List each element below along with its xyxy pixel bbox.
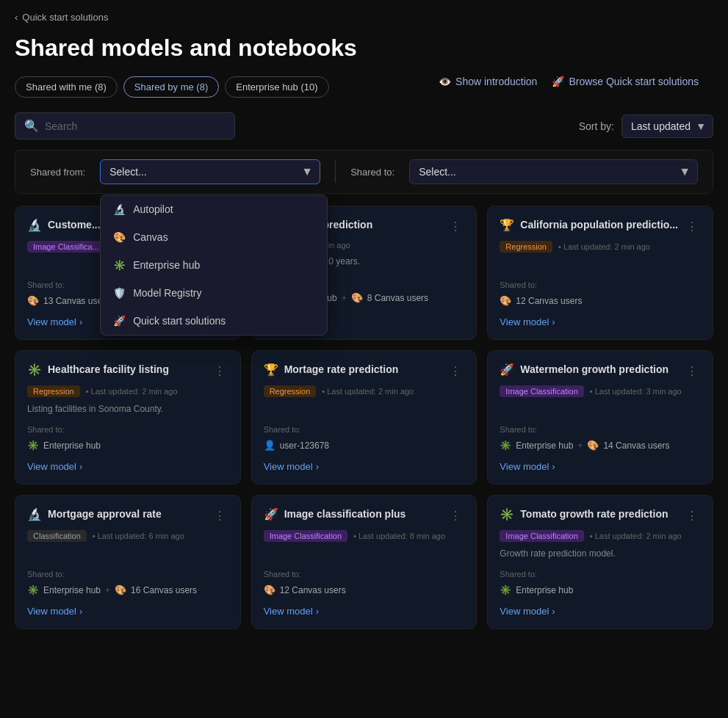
- arrow-right-icon: ›: [316, 461, 319, 472]
- view-model-label: View model: [264, 461, 313, 472]
- view-model-button[interactable]: View model ›: [500, 601, 701, 617]
- dropdown-item-canvas[interactable]: 🎨 Canvas: [101, 223, 327, 251]
- view-model-label: View model: [500, 316, 549, 327]
- card-title: Mortgage approval rate: [48, 507, 162, 521]
- card-header: 🔬 Mortgage approval rate ⋮: [27, 507, 228, 524]
- card-header: 🚀 Watermelon growth prediction ⋮: [500, 363, 701, 380]
- user-icon: 👤: [264, 440, 275, 451]
- tab-shared-with-me[interactable]: Shared with me (8): [15, 76, 118, 98]
- card-menu-button[interactable]: ⋮: [211, 363, 228, 380]
- card-meta: Regression • Last updated: 2 min ago: [27, 385, 228, 397]
- badge: Classification: [27, 530, 87, 542]
- badge: Image Classification: [500, 530, 583, 542]
- shared-to-label: Shared to:: [500, 570, 701, 579]
- card-meta: Regression • Last updated: 2 min ago: [264, 385, 465, 397]
- card-meta: Regression • Last updated: 2 min ago: [500, 241, 701, 253]
- card-menu-button[interactable]: ⋮: [447, 218, 464, 235]
- view-model-button[interactable]: View model ›: [264, 601, 465, 617]
- view-model-button[interactable]: View model ›: [264, 457, 465, 472]
- badge: Image Classifica...: [27, 241, 105, 253]
- dropdown-item-autopilot[interactable]: 🔬 Autopilot: [101, 195, 327, 223]
- page-title: Shared models and notebooks: [15, 35, 713, 62]
- card-title-row: 🏆 Mortage rate prediction: [264, 363, 399, 377]
- view-model-label: View model: [500, 606, 549, 617]
- dropdown-item-quick-start[interactable]: 🚀 Quick start solutions: [101, 307, 327, 335]
- view-model-button[interactable]: View model ›: [27, 457, 228, 472]
- card-menu-button[interactable]: ⋮: [447, 363, 464, 380]
- dropdown-label-enterprise-hub: Enterprise hub: [133, 259, 200, 271]
- card-menu-button[interactable]: ⋮: [683, 363, 701, 380]
- sort-select[interactable]: Last updated Name Created: [621, 115, 713, 138]
- filter-divider: [335, 161, 336, 183]
- shared-to-row: 🎨 12 Canvas users: [264, 584, 465, 595]
- card-menu-button[interactable]: ⋮: [447, 507, 464, 524]
- view-model-button[interactable]: View model ›: [27, 601, 228, 617]
- shared-from-dropdown: 🔬 Autopilot 🎨 Canvas ✳️ Enterprise hub 🛡…: [100, 195, 328, 336]
- view-model-button[interactable]: View model ›: [500, 312, 701, 327]
- toolbar: 🔍 Sort by: Last updated Name Created ▼: [0, 112, 728, 139]
- card-mortage-rate: 🏆 Mortage rate prediction ⋮ Regression •…: [251, 350, 477, 485]
- card-title: Mortage rate prediction: [284, 363, 399, 376]
- tab-enterprise-hub[interactable]: Enterprise hub (10): [225, 76, 328, 98]
- last-updated: • Last updated: 6 min ago: [93, 532, 184, 540]
- show-introduction-button[interactable]: 👁️ Show introduction: [439, 76, 537, 87]
- card-title-row: 🚀 Image classification plus: [264, 507, 406, 521]
- dropdown-item-model-registry[interactable]: 🛡️ Model Registry: [101, 279, 327, 307]
- chevron-left-icon: ‹: [15, 12, 18, 23]
- shared-to-row: ✳️ Enterprise hub: [500, 584, 701, 595]
- card-mortgage-approval: 🔬 Mortgage approval rate ⋮ Classificatio…: [15, 495, 241, 629]
- card-image-classification-plus: 🚀 Image classification plus ⋮ Image Clas…: [251, 495, 477, 629]
- back-label: Quick start solutions: [22, 12, 108, 23]
- back-navigation[interactable]: ‹ Quick start solutions: [15, 12, 713, 23]
- search-input[interactable]: [45, 120, 226, 132]
- card-meta: Image Classification • Last updated: 2 m…: [500, 530, 701, 542]
- arrow-right-icon: ›: [316, 606, 319, 617]
- card-icon: 🔬: [27, 507, 42, 521]
- shared-to-text: user-123678: [280, 440, 329, 451]
- card-header: ✳️ Healthcare facility listing ⋮: [27, 363, 228, 380]
- card-header: 🚀 Image classification plus ⋮: [264, 507, 465, 524]
- canvas-icon: 🎨: [264, 584, 275, 595]
- card-title: Watermelon growth prediction: [520, 363, 668, 376]
- enterprise-icon: ✳️: [500, 440, 511, 451]
- card-tomato-growth: ✳️ Tomato growth rate prediction ⋮ Image…: [487, 495, 713, 629]
- canvas-icon: 🎨: [351, 292, 363, 303]
- quick-start-icon: 🚀: [112, 314, 126, 327]
- card-menu-button[interactable]: ⋮: [683, 507, 701, 524]
- card-icon: ✳️: [27, 363, 42, 377]
- shared-to-row: ✳️ Enterprise hub: [27, 440, 228, 451]
- card-menu-button[interactable]: ⋮: [211, 507, 228, 524]
- shared-from-select[interactable]: Select...: [100, 159, 320, 184]
- tab-shared-by-me[interactable]: Shared by me (8): [123, 76, 219, 98]
- canvas-icon: 🎨: [115, 584, 126, 595]
- dropdown-item-enterprise-hub[interactable]: ✳️ Enterprise hub: [101, 251, 327, 279]
- card-desc: Growth rate prediction model.: [500, 548, 701, 561]
- card-title-row: 🔬 Mortgage approval rate: [27, 507, 162, 521]
- card-desc: [500, 403, 701, 416]
- search-icon: 🔍: [24, 119, 39, 133]
- shared-to-select[interactable]: Select...: [409, 159, 698, 184]
- separator: +: [577, 440, 583, 451]
- arrow-right-icon: ›: [552, 316, 555, 327]
- last-updated: • Last updated: 3 min ago: [590, 387, 682, 396]
- card-meta: Image Classification • Last updated: 3 m…: [500, 385, 701, 397]
- dropdown-label-canvas: Canvas: [133, 231, 167, 243]
- shared-to-label: Shared to:: [27, 425, 228, 434]
- enterprise-icon: ✳️: [27, 440, 39, 451]
- card-icon: 🏆: [500, 218, 514, 232]
- shared-to-row: 🎨 12 Canvas users: [500, 295, 701, 306]
- card-menu-button[interactable]: ⋮: [683, 218, 701, 235]
- card-icon: 🚀: [264, 507, 278, 521]
- card-watermelon-growth: 🚀 Watermelon growth prediction ⋮ Image C…: [487, 350, 713, 485]
- badge: Image Classification: [264, 530, 347, 542]
- sort-select-wrap: Last updated Name Created ▼: [621, 115, 713, 138]
- view-model-button[interactable]: View model ›: [500, 457, 701, 472]
- view-model-label: View model: [27, 606, 76, 617]
- card-header: 🏆 California population predictio... ⋮: [500, 218, 701, 235]
- card-header: 🏆 Mortage rate prediction ⋮: [264, 363, 465, 380]
- browse-quick-start-button[interactable]: 🚀 Browse Quick start solutions: [552, 76, 699, 87]
- shared-to-label: Shared to:: [500, 280, 701, 289]
- shared-to-row: ✳️ Enterprise hub + 🎨 16 Canvas users: [27, 584, 228, 595]
- shared-to-label: Shared to:: [264, 425, 465, 434]
- model-registry-icon: 🛡️: [112, 286, 126, 300]
